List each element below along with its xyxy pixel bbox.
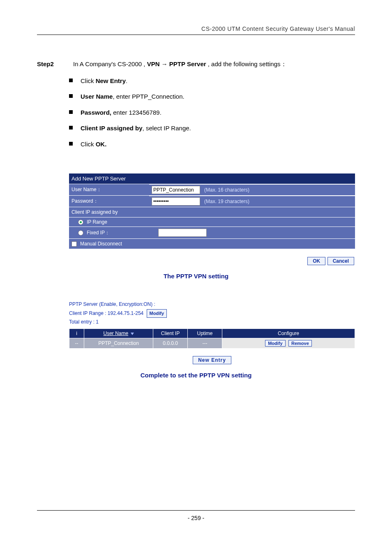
- fixed-ip-row[interactable]: Fixed IP：: [69, 227, 355, 238]
- manual-disconnect-row: Manual Disconnect: [69, 238, 355, 249]
- cell-uptime: ---: [188, 338, 222, 348]
- step-text-pre: In A Company's CS-2000 ,: [73, 60, 147, 67]
- client-ip-label: Client IP assigned by: [69, 207, 355, 217]
- bullet-bold: Client IP assigned by: [81, 125, 143, 132]
- bullet-bold: OK.: [96, 141, 107, 148]
- manual-disconnect-cell[interactable]: Manual Disconnect: [69, 239, 355, 249]
- bullet-new-entry: Click New Entry.: [69, 76, 355, 86]
- username-input[interactable]: [152, 186, 200, 194]
- table-row: -- PPTP_Connection 0.0.0.0 --- Modify Re…: [69, 338, 355, 348]
- table-header-row: i User Name Client IP Uptime Configure: [69, 328, 355, 338]
- col-clientip: Client IP: [153, 328, 188, 338]
- header-rule: [37, 35, 355, 35]
- client-ip-range-text: Client IP Range : 192.44.75.1-254: [69, 310, 143, 316]
- pptp-table: i User Name Client IP Uptime Configure -…: [69, 328, 355, 349]
- password-cell: (Max. 19 characters): [149, 196, 355, 207]
- cancel-button[interactable]: Cancel: [327, 257, 354, 265]
- username-label: User Name：: [69, 184, 149, 195]
- fixed-ip-label: Fixed IP：: [87, 229, 110, 236]
- col-i: i: [69, 328, 84, 338]
- modify-range-button[interactable]: Modify: [147, 309, 167, 318]
- bullet-text: , enter PPTP_Connection.: [113, 93, 184, 100]
- cell-configure: Modify Remove: [222, 338, 355, 348]
- list-total-entry: Total entry : 1: [69, 318, 355, 327]
- remove-button[interactable]: Remove: [288, 340, 312, 347]
- step-label: Step2: [37, 60, 62, 69]
- bullet-text: .: [126, 77, 127, 84]
- pptp-form: Add New PPTP Server User Name： (Max. 16 …: [69, 173, 355, 249]
- step-pptp: PPTP Server: [169, 60, 206, 67]
- radio-fixed-ip[interactable]: [78, 230, 83, 236]
- password-input[interactable]: [152, 197, 200, 206]
- col-username-label: User Name: [103, 331, 128, 336]
- bullet-bold: User Name: [81, 93, 113, 100]
- list-status-1: PPTP Server (Enable, Encryption:ON) :: [69, 300, 355, 309]
- form-button-bar: OK Cancel: [69, 257, 355, 265]
- new-entry-row: New Entry: [69, 356, 355, 364]
- ip-range-row[interactable]: IP Range: [69, 217, 355, 227]
- caption-pptp-setting: The PPTP VPN setting: [37, 273, 355, 280]
- radio-ip-range[interactable]: [78, 220, 83, 225]
- password-hint: (Max. 19 characters): [204, 199, 249, 204]
- footer-rule: [37, 510, 355, 511]
- instruction-list: Click New Entry. User Name, enter PPTP_C…: [69, 76, 355, 149]
- arrow-icon: →: [159, 60, 169, 67]
- bullet-text: Click: [81, 141, 96, 148]
- bullet-text: enter 123456789.: [111, 109, 161, 116]
- username-hint: (Max. 16 characters): [204, 187, 249, 193]
- password-row: Password： (Max. 19 characters): [69, 195, 355, 207]
- step-vpn: VPN: [147, 60, 160, 67]
- step-text: In A Company's CS-2000 , VPN → PPTP Serv…: [73, 60, 355, 69]
- step-text-post: , add the following settings：: [206, 60, 287, 67]
- bullet-bold: New Entry: [96, 77, 126, 84]
- manual-disconnect-label: Manual Disconnect: [80, 241, 122, 247]
- manual-disconnect-checkbox[interactable]: [71, 241, 77, 247]
- sort-down-icon: [131, 333, 134, 335]
- page-footer: - 259 -: [37, 379, 355, 521]
- bullet-username: User Name, enter PPTP_Connection.: [69, 92, 355, 102]
- username-row: User Name： (Max. 16 characters): [69, 184, 355, 195]
- client-ip-row: Client IP assigned by: [69, 207, 355, 217]
- list-status-2: Client IP Range : 192.44.75.1-254 Modify: [69, 309, 355, 318]
- ip-range-label: IP Range: [87, 219, 107, 225]
- bullet-client-ip: Client IP assigned by, select IP Range.: [69, 124, 355, 133]
- bullet-ok: Click OK.: [69, 140, 355, 149]
- caption-complete: Complete to set the PPTP VPN setting: [37, 372, 355, 379]
- bullet-password: Password, enter 123456789.: [69, 108, 355, 118]
- col-uptime: Uptime: [188, 328, 222, 338]
- page-header: CS-2000 UTM Content Security Gateway Use…: [37, 25, 355, 32]
- form-title: Add New PPTP Server: [69, 173, 355, 184]
- new-entry-button[interactable]: New Entry: [193, 356, 231, 364]
- page-number: - 259 -: [37, 515, 355, 521]
- ok-button[interactable]: OK: [307, 257, 325, 265]
- bullet-text: Click: [81, 77, 96, 84]
- bullet-bold: Password,: [81, 109, 111, 116]
- fixed-ip-input[interactable]: [158, 229, 207, 237]
- col-username[interactable]: User Name: [84, 328, 153, 338]
- modify-button[interactable]: Modify: [265, 340, 285, 347]
- password-label: Password：: [69, 196, 149, 207]
- step-instruction: Step2 In A Company's CS-2000 , VPN → PPT…: [37, 60, 355, 69]
- cell-clientip: 0.0.0.0: [153, 338, 188, 348]
- username-cell: (Max. 16 characters): [149, 185, 355, 195]
- bullet-text: , select IP Range.: [143, 125, 191, 132]
- cell-i: --: [69, 338, 84, 348]
- cell-username: PPTP_Connection: [84, 338, 153, 348]
- col-configure: Configure: [222, 328, 355, 338]
- pptp-list-area: PPTP Server (Enable, Encryption:ON) : Cl…: [69, 300, 355, 364]
